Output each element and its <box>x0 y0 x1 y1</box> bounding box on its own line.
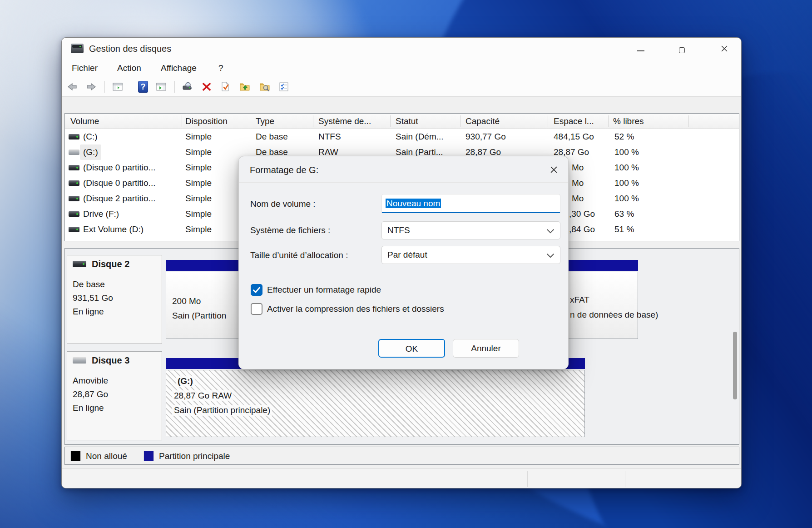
removable-disk-icon <box>73 357 86 364</box>
column-header-disposition[interactable]: Disposition <box>185 114 228 129</box>
column-header-type[interactable]: Type <box>256 114 274 129</box>
cell-disposition: Simple <box>185 160 212 175</box>
toolbar-separator <box>174 81 175 93</box>
vertical-scrollbar-thumb[interactable] <box>733 332 737 399</box>
menu-bar: Fichier Action Affichage ? <box>62 60 742 77</box>
disk-properties-button[interactable] <box>180 80 195 94</box>
show-console-tree-button[interactable] <box>110 80 125 94</box>
document-check-icon <box>220 81 232 92</box>
allocation-unit-label: Taille d’unité d’allocation : <box>250 250 348 261</box>
file-system-label: Système de fichiers : <box>250 225 330 236</box>
cell-disposition: Simple <box>185 144 212 160</box>
folder-search-icon <box>259 81 271 92</box>
maximize-icon <box>679 47 685 53</box>
close-icon <box>721 45 728 52</box>
dialog-title: Formatage de G: <box>250 164 318 176</box>
compression-checkbox[interactable] <box>251 303 262 315</box>
disk3-partition-g-box[interactable] <box>166 370 585 437</box>
toolbar: ? <box>62 77 742 97</box>
disk2-info-box[interactable]: Disque 2 De base 931,51 Go En ligne <box>67 255 162 344</box>
cell-volume: Ext Volume (D:) <box>83 222 144 237</box>
legend-label-unallocated: Non alloué <box>86 447 127 465</box>
column-header-espace[interactable]: Espace l... <box>554 114 594 129</box>
column-header-libres[interactable]: % libres <box>613 114 644 129</box>
cell-systeme: NTFS <box>318 129 341 144</box>
volume-name-label: Nom de volume : <box>250 199 316 209</box>
legend-swatch-unallocated <box>70 451 81 461</box>
cell-espace: 484,15 Go <box>554 129 594 144</box>
cell-statut: Sain (Dém... <box>396 129 444 144</box>
column-separator <box>182 115 182 127</box>
cell-volume: (Disque 0 partitio... <box>83 160 155 175</box>
folder-search-button[interactable] <box>257 80 272 94</box>
legend-bar: Non alloué Partition principale <box>64 447 739 465</box>
status-bar <box>62 468 742 488</box>
column-separator <box>688 115 689 127</box>
maximize-button[interactable] <box>671 38 693 60</box>
volume-name-input[interactable]: Nouveau nom <box>381 194 560 213</box>
quick-format-checkbox[interactable] <box>251 284 262 296</box>
help-button[interactable]: ? <box>135 80 151 94</box>
dialog-close-button[interactable] <box>545 162 562 177</box>
disk2-part1-status: Sain (Partition <box>172 310 226 321</box>
drive-icon <box>69 211 79 217</box>
cell-espace: Mo <box>572 160 584 175</box>
volume-name-selected-text: Nouveau nom <box>386 199 441 208</box>
cell-libres: 100 % <box>614 144 639 160</box>
table-header: Volume Disposition Type Système de... St… <box>65 114 739 129</box>
checklist-icon <box>278 81 290 92</box>
disk2-name: Disque 2 <box>92 258 129 270</box>
toolbar-separator <box>131 81 131 93</box>
disk2-type: De base <box>73 279 105 290</box>
allocation-unit-dropdown[interactable]: Par défaut <box>381 246 560 264</box>
drive-icon <box>69 149 79 155</box>
column-separator <box>313 115 313 127</box>
menu-action[interactable]: Action <box>117 60 141 77</box>
back-button[interactable] <box>64 80 80 94</box>
file-system-value: NTFS <box>387 222 410 239</box>
column-separator <box>390 115 391 127</box>
checklist-button[interactable] <box>276 80 292 94</box>
close-button[interactable] <box>713 38 736 60</box>
chevron-down-icon <box>545 226 555 236</box>
compression-label: Activer la compression des fichiers et d… <box>267 304 444 314</box>
desktop: { "window": { "title": "Gestion des disq… <box>0 0 812 528</box>
disk2-size: 931,51 Go <box>73 293 113 304</box>
status-bar-divider <box>527 471 528 487</box>
drive-icon <box>69 227 79 232</box>
file-system-dropdown[interactable]: NTFS <box>381 221 560 239</box>
column-separator <box>608 115 609 127</box>
cell-volume: Drive (F:) <box>83 206 119 222</box>
disk3-part-letter: (G:) <box>176 376 195 387</box>
cell-disposition: Simple <box>185 222 212 237</box>
cancel-button[interactable]: Annuler <box>453 339 519 358</box>
validate-button[interactable] <box>218 80 233 94</box>
column-separator <box>548 115 548 127</box>
close-icon <box>550 166 558 174</box>
cell-capacite: 930,77 Go <box>465 129 506 144</box>
menu-affichage[interactable]: Affichage <box>161 60 197 77</box>
disk3-info-box[interactable]: Disque 3 Amovible 28,87 Go En ligne <box>67 351 162 440</box>
minimize-button[interactable] <box>629 38 652 60</box>
column-header-systeme[interactable]: Système de... <box>318 114 371 129</box>
menu-aide[interactable]: ? <box>218 60 223 77</box>
title-bar[interactable]: Gestion des disques <box>62 38 742 60</box>
cell-disposition: Simple <box>185 175 212 191</box>
minimize-icon <box>637 50 644 51</box>
column-header-statut[interactable]: Statut <box>396 114 418 129</box>
action-pane-button[interactable] <box>153 80 169 94</box>
column-separator <box>460 115 461 127</box>
disk3-name: Disque 3 <box>92 354 129 366</box>
disk3-status: En ligne <box>73 403 104 413</box>
ok-button[interactable]: OK <box>378 339 445 358</box>
folder-up-arrow-icon <box>239 81 251 92</box>
table-row-c[interactable]: (C:) Simple De base NTFS Sain (Dém... 93… <box>65 129 739 144</box>
folder-up-button[interactable] <box>237 80 253 94</box>
window-title: Gestion des disques <box>89 38 171 60</box>
menu-fichier[interactable]: Fichier <box>72 60 98 77</box>
column-header-volume[interactable]: Volume <box>70 114 99 129</box>
forward-button[interactable] <box>84 80 99 94</box>
delete-volume-button[interactable] <box>199 80 214 94</box>
column-header-capacite[interactable]: Capacité <box>465 114 500 129</box>
cell-libres: 51 % <box>614 222 634 237</box>
